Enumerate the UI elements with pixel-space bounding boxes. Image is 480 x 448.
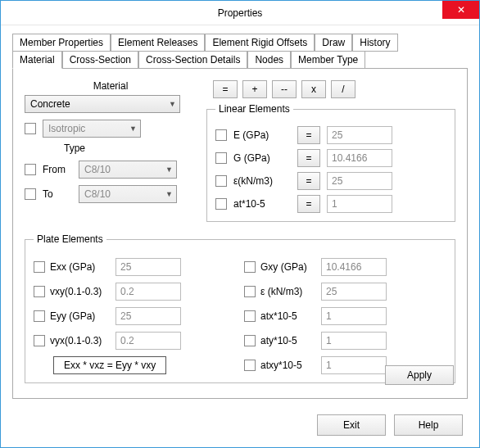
linear-g-checkbox[interactable] [215, 152, 227, 164]
plate-atx-checkbox[interactable] [244, 310, 256, 322]
linear-e-eq-button[interactable]: = [297, 126, 320, 144]
op-equals-button[interactable]: = [213, 80, 238, 98]
plate-vyx-label: vyx(0.1-0.3) [50, 335, 111, 346]
apply-button[interactable]: Apply [385, 365, 454, 385]
linear-at-input[interactable]: 1 [327, 195, 392, 213]
plate-eyy-checkbox[interactable] [34, 310, 45, 322]
linear-at-eq-button[interactable]: = [297, 195, 320, 213]
linear-g-label: G (GPa) [233, 152, 291, 164]
tab-element-releases[interactable]: Element Releases [111, 34, 205, 52]
linear-g-eq-button[interactable]: = [297, 149, 320, 167]
plate-aty-checkbox[interactable] [244, 335, 256, 346]
plate-formula: Exx * vxz = Eyy * vxy [53, 356, 166, 374]
tab-member-type[interactable]: Member Type [291, 51, 365, 69]
tab-label: History [360, 37, 390, 48]
material-heading: Material [25, 80, 197, 92]
from-value: C8/10 [84, 164, 111, 175]
linear-eps-input[interactable]: 25 [327, 172, 392, 190]
eq-label: = [306, 129, 311, 141]
plate-atxy-input[interactable]: 1 [321, 356, 387, 374]
plate-exx-checkbox[interactable] [34, 261, 45, 273]
op-minus-button[interactable]: -- [272, 80, 297, 98]
chevron-down-icon: ▼ [165, 165, 173, 174]
linear-e-label: E (GPa) [233, 129, 291, 141]
material-combo[interactable]: Concrete ▼ [25, 95, 180, 113]
from-label: From [43, 164, 72, 175]
isotropic-combo[interactable]: Isotropic ▼ [43, 120, 141, 138]
linear-e-checkbox[interactable] [215, 129, 227, 141]
op-times-button[interactable]: x [301, 80, 326, 98]
tab-member-properties[interactable]: Member Properties [12, 34, 111, 52]
linear-column: = + -- x / Linear Elements E (GPa) = 25 [206, 80, 455, 222]
linear-at-checkbox[interactable] [215, 198, 227, 210]
tab-label: Member Type [298, 54, 358, 66]
tab-label: Element Releases [118, 37, 197, 48]
plate-vyx-input[interactable]: 0.2 [115, 332, 181, 350]
operator-row: = + -- x / [213, 80, 455, 98]
tab-material[interactable]: Material [12, 51, 62, 69]
tab-row-2: Material Cross-Section Cross-Section Det… [12, 51, 468, 69]
linear-e-input[interactable]: 25 [327, 126, 392, 144]
tab-label: Cross-Section [70, 54, 131, 66]
op-label: + [251, 84, 257, 95]
input-value: 0.2 [120, 286, 134, 297]
tab-element-rigid-offsets[interactable]: Element Rigid Offsets [205, 34, 315, 52]
from-combo[interactable]: C8/10 ▼ [79, 161, 177, 179]
chevron-down-icon: ▼ [169, 100, 176, 108]
tab-cross-section-details[interactable]: Cross-Section Details [138, 51, 247, 69]
material-combo-value: Concrete [30, 98, 70, 110]
tab-row-1: Member Properties Element Releases Eleme… [12, 34, 468, 52]
from-checkbox[interactable] [25, 164, 36, 175]
plate-exx-input[interactable]: 25 [115, 258, 181, 276]
tab-label: Draw [322, 37, 345, 48]
footer-buttons: Exit Help [317, 414, 463, 436]
op-plus-button[interactable]: + [242, 80, 267, 98]
to-checkbox[interactable] [25, 188, 36, 200]
plate-eps-input[interactable]: 25 [321, 283, 387, 301]
tab-cross-section[interactable]: Cross-Section [62, 51, 138, 69]
close-button[interactable]: ✕ [442, 1, 479, 19]
linear-eps-checkbox[interactable] [215, 175, 227, 187]
input-value: 1 [326, 335, 332, 346]
plate-aty-input[interactable]: 1 [321, 332, 387, 350]
linear-g-input[interactable]: 10.4166 [327, 149, 392, 167]
plate-vyx-checkbox[interactable] [34, 335, 45, 346]
input-value: 1 [326, 310, 332, 322]
plate-atx-input[interactable]: 1 [321, 307, 387, 325]
tab-history[interactable]: History [352, 34, 397, 52]
plate-gxy-input[interactable]: 10.4166 [321, 258, 387, 276]
input-value: 25 [120, 261, 131, 273]
plate-elements-group: Plate Elements Exx (GPa)25 vxy(0.1-0.3)0… [25, 233, 455, 383]
exit-button[interactable]: Exit [317, 414, 386, 436]
plate-vxy-checkbox[interactable] [34, 286, 45, 297]
type-label: Type [64, 143, 197, 154]
eq-label: = [306, 152, 311, 164]
plate-vxy-label: vxy(0.1-0.3) [50, 286, 111, 297]
to-combo[interactable]: C8/10 ▼ [79, 185, 177, 203]
material-panel: Material Concrete ▼ Isotropic ▼ Type [12, 68, 468, 399]
tab-nodes[interactable]: Nodes [247, 51, 291, 69]
op-label: = [222, 84, 228, 95]
op-divide-button[interactable]: / [331, 80, 355, 98]
input-value: 1 [332, 198, 337, 210]
isotropic-value: Isotropic [48, 123, 85, 134]
input-value: 25 [332, 175, 342, 187]
linear-eps-eq-button[interactable]: = [297, 172, 320, 190]
plate-eyy-input[interactable]: 25 [115, 307, 181, 325]
eq-label: = [306, 198, 311, 210]
titlebar: Properties ✕ [1, 1, 479, 25]
button-label: Exit [343, 419, 360, 431]
tab-draw[interactable]: Draw [315, 34, 352, 52]
help-button[interactable]: Help [394, 414, 463, 436]
input-value: 25 [120, 310, 131, 322]
plate-vxy-input[interactable]: 0.2 [115, 283, 181, 301]
chevron-down-icon: ▼ [165, 190, 173, 198]
input-value: 25 [326, 286, 337, 297]
plate-gxy-checkbox[interactable] [244, 261, 256, 273]
plate-atxy-checkbox[interactable] [244, 360, 256, 371]
input-value: 0.2 [120, 335, 134, 346]
plate-eps-checkbox[interactable] [244, 286, 256, 297]
plate-atx-label: atx*10-5 [260, 310, 316, 322]
linear-at-label: at*10-5 [233, 198, 291, 210]
isotropic-checkbox[interactable] [25, 123, 36, 134]
